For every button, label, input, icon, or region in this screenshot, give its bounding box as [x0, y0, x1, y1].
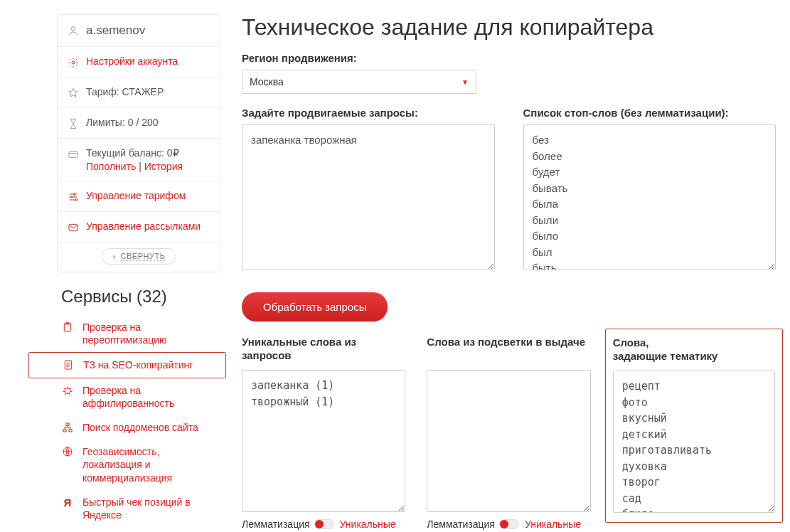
- collapse-button[interactable]: ↑ СВЕРНУТЬ: [102, 248, 176, 265]
- limits-text: Лимиты: 0 / 200: [86, 117, 159, 128]
- page-title: Техническое задание для копирайтера: [242, 14, 776, 41]
- yandex-icon: Я: [61, 496, 74, 509]
- manage-mailing-link[interactable]: Управление рассылками: [86, 220, 201, 232]
- svg-rect-2: [69, 151, 78, 158]
- process-button[interactable]: Обработать запросы: [242, 292, 388, 321]
- unique-words-box[interactable]: [242, 370, 405, 512]
- service-label: Проверка на аффилированность: [82, 384, 216, 410]
- svg-rect-11: [63, 430, 66, 432]
- user-icon: [68, 25, 79, 36]
- svg-point-5: [75, 199, 78, 201]
- caret-down-icon: ▼: [461, 78, 469, 86]
- gear-icon: [68, 57, 79, 68]
- service-label: Геозависимость, локализация и коммерциал…: [82, 445, 216, 484]
- bug-icon: [61, 385, 74, 396]
- queries-textarea[interactable]: [242, 124, 495, 270]
- stopwords-label: Список стоп-слов (без лемматизации):: [523, 107, 776, 119]
- globe-icon: [61, 446, 74, 457]
- topup-link[interactable]: Пополнить: [86, 161, 136, 172]
- document-icon: [62, 359, 75, 371]
- sliders-icon: [68, 191, 79, 203]
- tariff-row: Тариф: СТАЖЕР: [58, 78, 220, 108]
- service-subdomains[interactable]: Поиск поддоменов сайта: [57, 415, 220, 440]
- svg-point-1: [72, 61, 75, 64]
- account-settings-row[interactable]: Настройки аккаунта: [58, 47, 220, 78]
- service-affiliation[interactable]: Проверка на аффилированность: [57, 378, 220, 415]
- manage-mailing-row[interactable]: Управление рассылками: [58, 212, 220, 243]
- topic-words-label: Слова, задающие тематику: [613, 336, 775, 365]
- lemmatization-toggle-2[interactable]: [499, 519, 519, 529]
- toggle-state: Уникальные: [525, 518, 581, 530]
- queries-label: Задайте продвигаемые запросы:: [242, 107, 495, 119]
- region-label: Регион продвижения:: [242, 52, 776, 64]
- svg-rect-6: [69, 224, 78, 230]
- badge-icon: [68, 87, 79, 99]
- svg-point-9: [65, 388, 70, 393]
- service-label: Поиск поддоменов сайта: [82, 421, 198, 434]
- service-geo[interactable]: Геозависимость, локализация и коммерциал…: [57, 440, 220, 490]
- balance-text: Текущий баланс: 0₽: [86, 147, 183, 159]
- manage-tariff-link[interactable]: Управление тарифом: [86, 190, 186, 201]
- stopwords-textarea[interactable]: [523, 124, 776, 270]
- service-yandex-check[interactable]: Я Быстрый чек позиций в Яндексе: [57, 490, 220, 527]
- history-link[interactable]: История: [144, 161, 183, 172]
- arrow-up-icon: ↑: [112, 252, 117, 261]
- hourglass-icon: [68, 118, 79, 129]
- svg-rect-10: [66, 423, 69, 425]
- lemmatization-label: Лемматизация: [242, 518, 310, 530]
- region-value: Москва: [250, 76, 284, 87]
- account-username-row: a.semenov: [58, 15, 220, 47]
- service-label: Быстрый чек позиций в Яндексе: [82, 496, 216, 521]
- highlight-words-label: Слова из подсветки в выдаче: [427, 336, 590, 364]
- account-panel: a.semenov Настройки аккаунта Тариф: СТАЖ…: [57, 14, 220, 272]
- service-seo-copywriting[interactable]: ТЗ на SEO-копирайтинг: [28, 352, 226, 378]
- lemmatization-toggle-1[interactable]: [314, 519, 334, 529]
- svg-rect-12: [69, 430, 72, 432]
- service-label: ТЗ на SEO-копирайтинг: [83, 358, 193, 371]
- svg-point-3: [74, 193, 76, 196]
- svg-point-0: [71, 27, 75, 31]
- service-google-check[interactable]: G Быстрый чек позиций в Google: [57, 527, 220, 532]
- highlight-words-box[interactable]: [427, 370, 590, 512]
- manage-tariff-row[interactable]: Управление тарифом: [58, 181, 220, 212]
- service-label: Проверка на переоптимизацию: [82, 321, 216, 346]
- limits-row: Лимиты: 0 / 200: [58, 108, 220, 139]
- lemmatization-label: Лемматизация: [427, 518, 495, 530]
- sitemap-icon: [61, 422, 74, 433]
- topic-words-box[interactable]: [613, 371, 775, 513]
- region-select[interactable]: Москва ▼: [242, 70, 476, 94]
- username-text: a.semenov: [86, 23, 145, 38]
- tariff-text: Тариф: СТАЖЕР: [86, 86, 164, 97]
- toggle-state: Уникальные: [340, 518, 396, 530]
- collapse-label: СВЕРНУТЬ: [121, 252, 166, 261]
- balance-row: Текущий баланс: 0₽ Пополнить | История: [58, 139, 220, 181]
- svg-point-4: [71, 196, 73, 198]
- wallet-icon: [68, 149, 79, 160]
- service-overoptimization[interactable]: Проверка на переоптимизацию: [57, 315, 220, 352]
- mail-icon: [68, 222, 79, 233]
- clipboard-icon: [61, 321, 74, 333]
- account-settings-link[interactable]: Настройки аккаунта: [86, 55, 178, 67]
- unique-words-label: Уникальные слова из запросов: [242, 336, 405, 364]
- services-header: Сервисы (32): [57, 287, 220, 307]
